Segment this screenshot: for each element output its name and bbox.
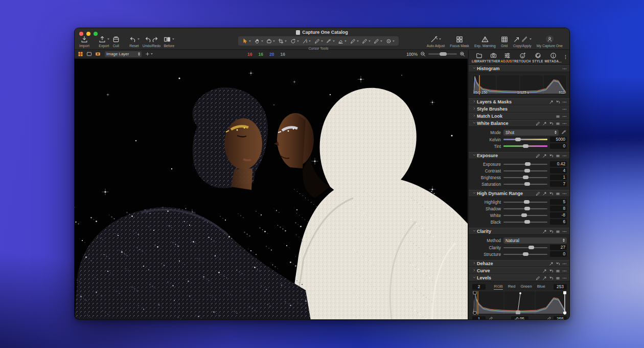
- kelvin-slider[interactable]: [503, 139, 547, 140]
- copy-apply-icon[interactable]: [542, 229, 547, 234]
- section-header-curve[interactable]: Curve: [469, 267, 570, 274]
- ellipsis-icon[interactable]: [562, 276, 567, 280]
- highlight-picker-icon[interactable]: [546, 316, 551, 319]
- slider-value[interactable]: 1: [550, 175, 567, 180]
- reset-icon[interactable]: [556, 262, 560, 266]
- channel-tab-green[interactable]: Green: [520, 284, 532, 290]
- white-slider[interactable]: [503, 215, 547, 216]
- grid-view-icon[interactable]: [78, 51, 83, 57]
- heal-tool[interactable]: [325, 38, 336, 44]
- levels-output-shadow[interactable]: 1: [472, 316, 486, 319]
- toolbar-button-before[interactable]: Before: [164, 35, 174, 48]
- slider-value[interactable]: 8: [550, 206, 567, 211]
- proof-view-icon[interactable]: [95, 51, 101, 57]
- saturation-slider[interactable]: [503, 184, 547, 185]
- section-header-high-dynamic-range[interactable]: High Dynamic Range: [469, 190, 570, 197]
- edit-pen-icon[interactable]: [536, 191, 540, 196]
- toolbar-button-export[interactable]: Export: [99, 35, 109, 48]
- slider-handle[interactable]: [523, 176, 528, 179]
- tab-library[interactable]: LIBRARY: [472, 52, 487, 63]
- copy-apply-icon[interactable]: [542, 269, 547, 273]
- levels-input-highlight[interactable]: 253: [554, 284, 567, 290]
- count-badge[interactable]: 16: [247, 52, 252, 57]
- slider-value[interactable]: 0.42: [550, 161, 567, 167]
- brightness-slider[interactable]: [503, 177, 547, 178]
- reset-icon[interactable]: [556, 100, 560, 104]
- section-header-style-brushes[interactable]: Style Brushes: [469, 105, 570, 113]
- toolbar-button-import[interactable]: Import: [79, 35, 89, 48]
- tab-overflow-menu[interactable]: [562, 53, 569, 62]
- toolbar-button-focus-mask[interactable]: Focus Mask: [450, 35, 469, 48]
- black-slider[interactable]: [503, 222, 547, 223]
- zoom-slider-handle[interactable]: [440, 52, 447, 56]
- slider-value[interactable]: 5: [550, 199, 567, 205]
- toolbar-button-copy-apply[interactable]: Copy/Apply: [513, 35, 532, 48]
- count-badge[interactable]: 16: [258, 52, 263, 57]
- slider-handle[interactable]: [528, 246, 534, 249]
- section-header-exposure[interactable]: Exposure: [469, 152, 570, 159]
- edit-pen-icon[interactable]: [536, 276, 540, 280]
- edit-pen-icon[interactable]: [536, 154, 540, 158]
- edit-pen-icon[interactable]: [536, 121, 540, 126]
- reset-icon[interactable]: [549, 191, 554, 196]
- slider-handle[interactable]: [524, 207, 530, 210]
- reset-icon[interactable]: [549, 229, 554, 234]
- chevron-down-icon[interactable]: [472, 66, 477, 71]
- draw-mask-tool[interactable]: [348, 38, 360, 44]
- chevron-right-icon[interactable]: [472, 114, 477, 119]
- copy-apply-icon[interactable]: [542, 121, 547, 126]
- chevron-down-icon[interactable]: [472, 191, 477, 196]
- crop-tool[interactable]: [277, 38, 288, 44]
- zoom-out-icon[interactable]: [420, 51, 426, 57]
- select-tool[interactable]: [241, 38, 252, 44]
- slider-value[interactable]: 0: [550, 251, 567, 257]
- toolbar-button-my-capture-one[interactable]: My Capture One: [537, 35, 563, 48]
- slider-handle[interactable]: [524, 182, 530, 186]
- toolbar-button-auto-adjust[interactable]: Auto Adjust: [427, 35, 445, 48]
- straighten-tool[interactable]: [301, 38, 312, 44]
- contrast-slider[interactable]: [503, 170, 547, 171]
- tab-metada[interactable]: METADA...: [544, 52, 562, 63]
- slider-value[interactable]: 5000: [550, 137, 567, 142]
- slider-value[interactable]: 6: [550, 219, 567, 225]
- count-badge[interactable]: 16: [280, 52, 285, 57]
- toolbar-button-grid[interactable]: Grid: [501, 35, 508, 48]
- tint-slider[interactable]: [503, 145, 547, 147]
- levels-canvas[interactable]: [472, 291, 567, 315]
- chevron-down-icon[interactable]: [472, 153, 477, 158]
- toolbar-button-reset[interactable]: Reset: [129, 35, 140, 48]
- channel-tab-blue[interactable]: Blue: [537, 284, 545, 290]
- eyedropper-icon[interactable]: [561, 129, 567, 135]
- toolbar-button-undo-redo[interactable]: Undo/Redo: [143, 35, 160, 48]
- levels-input-shadow[interactable]: 2: [472, 284, 486, 290]
- tab-tether[interactable]: TETHER: [487, 52, 500, 63]
- mode-select[interactable]: Shot: [503, 129, 559, 136]
- image-viewer[interactable]: [75, 59, 468, 320]
- slider-handle[interactable]: [523, 252, 528, 256]
- clarity-slider[interactable]: [503, 247, 547, 248]
- hamburger-icon[interactable]: [556, 269, 560, 273]
- erase-tool[interactable]: [336, 38, 348, 44]
- chevron-right-icon[interactable]: [472, 106, 477, 112]
- slider-handle[interactable]: [525, 162, 531, 166]
- reset-icon[interactable]: [549, 269, 554, 273]
- chevron-right-icon[interactable]: [472, 99, 477, 104]
- method-select[interactable]: Natural: [503, 237, 567, 244]
- section-header-clarity[interactable]: Clarity: [469, 228, 570, 235]
- ellipsis-icon[interactable]: [562, 262, 567, 266]
- ellipsis-icon[interactable]: [562, 107, 567, 112]
- section-header-layers-masks[interactable]: Layers & Masks: [469, 98, 570, 105]
- hamburger-icon[interactable]: [556, 191, 560, 196]
- slider-handle[interactable]: [515, 138, 521, 141]
- channel-tab-rgb[interactable]: RGB: [494, 284, 502, 290]
- section-header-histogram[interactable]: Histogram: [469, 65, 570, 72]
- ellipsis-icon[interactable]: [562, 191, 567, 196]
- loupe-tool[interactable]: [265, 38, 277, 44]
- annotate-tool[interactable]: [384, 38, 396, 44]
- zoom-slider[interactable]: [428, 53, 457, 55]
- slider-handle[interactable]: [521, 213, 527, 217]
- section-header-levels[interactable]: Levels: [469, 274, 570, 281]
- viewer-mode-icon[interactable]: [86, 51, 92, 57]
- section-header-white-balance[interactable]: White Balance: [469, 120, 570, 127]
- slider-value[interactable]: 0: [550, 143, 567, 149]
